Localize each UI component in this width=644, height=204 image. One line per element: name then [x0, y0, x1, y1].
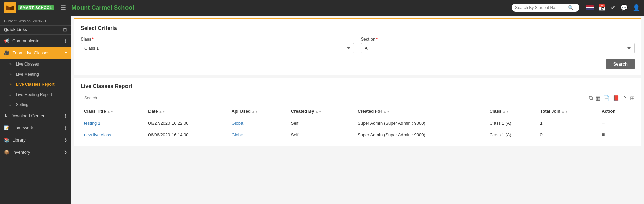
search-icon: 🔍 [568, 5, 574, 10]
search-input[interactable] [515, 5, 566, 10]
communicate-arrow: ❯ [64, 39, 67, 43]
sidebar-item-label: Download Center [10, 113, 44, 118]
api-badge: Global [232, 121, 245, 126]
excel-icon[interactable]: ▦ [595, 95, 600, 101]
cell-date: 06/06/2020 16:14:00 [145, 129, 228, 141]
sub-arrow-live-classes: » [9, 62, 12, 67]
col-date: Date▲▼ [145, 106, 228, 117]
sidebar-sub-item-live-classes-report[interactable]: » Live Classes Report [0, 79, 71, 90]
col-total-join: Total Join▲▼ [537, 106, 599, 117]
grid-icon[interactable]: ⊞ [63, 27, 67, 32]
sidebar-sub-label: Live Classes Report [16, 82, 55, 87]
sub-arrow-setting: » [9, 102, 12, 107]
table-search-input[interactable] [80, 94, 124, 102]
sidebar-item-inventory[interactable]: 📦 Inventory ❯ [0, 146, 71, 158]
library-arrow: ❯ [64, 138, 67, 142]
columns-icon[interactable]: ⊞ [630, 95, 635, 101]
sub-arrow-meeting-report: » [9, 92, 12, 97]
table-controls: ⧉ ▦ 📄 📕 🖨 ⊞ [80, 94, 635, 102]
cell-action: ≡ [598, 117, 635, 129]
criteria-title: Select Criteria [80, 25, 635, 31]
class-required-star: * [92, 37, 94, 42]
top-navbar: SMART SCHOOL ☰ Mount Carmel School 🔍 📅 ✔… [0, 0, 644, 16]
section-label: Section* [361, 37, 635, 42]
cell-created-for: Super Admin (Super Admin : 9000) [354, 117, 486, 129]
cell-created-for: Super Admin (Super Admin : 9000) [354, 129, 486, 141]
cell-created-by: Self [288, 129, 354, 141]
copy-icon[interactable]: ⧉ [589, 95, 593, 101]
sidebar-sub-item-live-meeting[interactable]: » Live Meeting [0, 69, 71, 79]
class-label: Class* [80, 37, 354, 42]
sidebar-item-label: Zoom Live Classes [12, 50, 50, 55]
sidebar: Current Session: 2020-21 Quick Links ⊞ 📢… [0, 16, 71, 204]
class-title-link[interactable]: testing 1 [84, 121, 100, 126]
sidebar-sub-label: Live Meeting Report [16, 92, 52, 97]
col-created-by: Created By▲▼ [288, 106, 354, 117]
sidebar-sub-label: Live Meeting [16, 72, 39, 77]
class-select[interactable]: Class 1 Class 2 Class 3 Class 4 Class 5 [80, 43, 354, 53]
school-title: Mount Carmel School [71, 4, 508, 11]
api-badge: Global [232, 132, 245, 137]
zoom-icon: 🎥 [4, 50, 9, 55]
session-text: Current Session: 2020-21 [4, 19, 46, 23]
section-select[interactable]: A B C D [361, 43, 635, 53]
class-title-link[interactable]: new live class [84, 132, 111, 137]
check-icon[interactable]: ✔ [611, 4, 616, 11]
homework-arrow: ❯ [64, 126, 67, 130]
action-menu-icon[interactable]: ≡ [602, 132, 605, 137]
col-action: Action [598, 106, 635, 117]
class-form-group: Class* Class 1 Class 2 Class 3 Class 4 C… [80, 37, 354, 53]
sidebar-item-homework[interactable]: 📝 Homework ❯ [0, 122, 71, 134]
print-icon[interactable]: 🖨 [622, 95, 627, 101]
cell-api-used: Global [228, 129, 288, 141]
logo-area: SMART SCHOOL [4, 2, 54, 13]
search-bar[interactable]: 🔍 [512, 4, 579, 12]
sidebar-item-library[interactable]: 📚 Library ❯ [0, 134, 71, 146]
sidebar-sub-label: Setting [16, 102, 28, 107]
pdf-icon[interactable]: 📕 [613, 95, 619, 101]
cell-total-join: 0 [537, 129, 599, 141]
inventory-arrow: ❯ [64, 150, 67, 154]
col-class-title: Class Title▲▼ [80, 106, 145, 117]
col-api-used: Api Used▲▼ [228, 106, 288, 117]
app-body: Current Session: 2020-21 Quick Links ⊞ 📢… [0, 16, 644, 204]
report-title: Live Classes Report [80, 83, 635, 90]
inventory-icon: 📦 [4, 150, 9, 155]
whatsapp-icon[interactable]: 💬 [620, 4, 628, 11]
cell-total-join: 1 [537, 117, 599, 129]
sidebar-sub-item-setting[interactable]: » Setting [0, 100, 71, 110]
section-required-star: * [376, 37, 378, 42]
table-header-row: Class Title▲▼ Date▲▼ Api Used▲▼ Created … [80, 106, 635, 117]
flag-icon[interactable] [586, 5, 594, 10]
sidebar-item-label: Homework [12, 125, 33, 130]
sidebar-item-label: Communicate [12, 38, 39, 43]
sidebar-sub-label: Live Classes [16, 62, 39, 67]
download-arrow: ❯ [64, 113, 67, 118]
sidebar-item-zoom-live-classes[interactable]: 🎥 Zoom Live Classes ▾ [0, 47, 71, 59]
sidebar-item-download-center[interactable]: ⬇ Download Center ❯ [0, 110, 71, 122]
sidebar-sub-item-live-classes[interactable]: » Live Classes [0, 59, 71, 69]
quick-links-text: Quick Links [4, 27, 27, 32]
action-menu-icon[interactable]: ≡ [602, 120, 605, 126]
sidebar-item-label: Inventory [12, 150, 30, 155]
report-table: Class Title▲▼ Date▲▼ Api Used▲▼ Created … [80, 106, 635, 141]
table-icons: ⧉ ▦ 📄 📕 🖨 ⊞ [589, 95, 635, 101]
cell-class: Class 1 (A) [486, 117, 536, 129]
sub-arrow-live-meeting: » [9, 72, 12, 77]
search-button[interactable]: Search [606, 59, 635, 69]
sidebar-item-communicate[interactable]: 📢 Communicate ❯ [0, 35, 71, 47]
download-icon: ⬇ [4, 113, 8, 118]
homework-icon: 📝 [4, 125, 9, 130]
calendar-icon[interactable]: 📅 [598, 4, 606, 11]
cell-date: 06/27/2020 16:22:00 [145, 117, 228, 129]
cell-api-used: Global [228, 117, 288, 129]
main-content: Select Criteria Class* Class 1 Class 2 C… [71, 16, 644, 204]
sidebar-sub-item-live-meeting-report[interactable]: » Live Meeting Report [0, 90, 71, 100]
session-bar: Current Session: 2020-21 [0, 16, 71, 26]
cell-class-title: testing 1 [80, 117, 145, 129]
hamburger-icon[interactable]: ☰ [61, 4, 66, 11]
csv-icon[interactable]: 📄 [603, 95, 610, 101]
cell-class: Class 1 (A) [486, 129, 536, 141]
cell-class-title: new live class [80, 129, 145, 141]
user-icon[interactable]: 👤 [632, 4, 640, 11]
